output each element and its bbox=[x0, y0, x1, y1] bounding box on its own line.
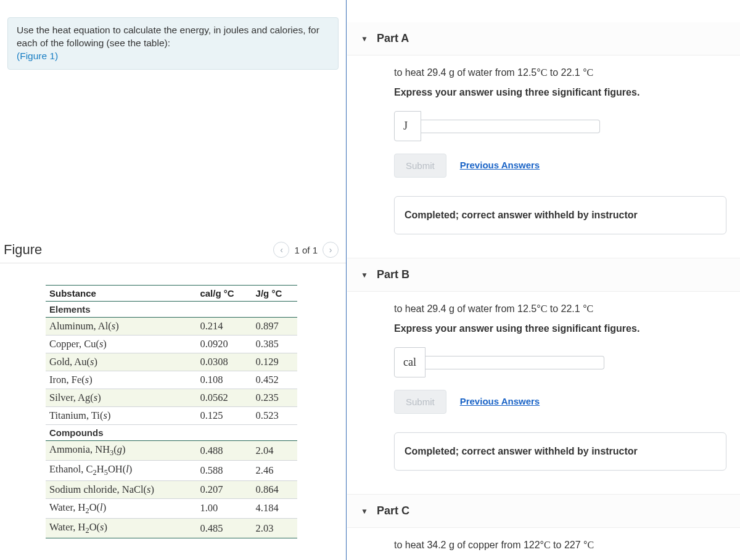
j-cell: 0.523 bbox=[252, 407, 297, 425]
part-b-question: to heat 29.4 g of water from 12.5°C to 2… bbox=[394, 302, 726, 316]
j-cell: 0.129 bbox=[252, 353, 297, 371]
part-a-header[interactable]: ▼ Part A bbox=[347, 22, 740, 56]
figure-link[interactable]: (Figure 1) bbox=[17, 51, 58, 61]
cal-cell: 0.588 bbox=[196, 461, 252, 480]
section-elements: Elements bbox=[46, 302, 297, 318]
cal-cell: 0.0562 bbox=[196, 389, 252, 407]
part-b-status: Completed; correct answer withheld by in… bbox=[394, 432, 726, 471]
part-b-instruction: Express your answer using three signific… bbox=[394, 321, 726, 336]
j-cell: 0.897 bbox=[252, 318, 297, 336]
cal-cell: 0.207 bbox=[196, 480, 252, 498]
left-pane: Use the heat equation to calculate the e… bbox=[0, 0, 347, 560]
question-prompt: Use the heat equation to calculate the e… bbox=[7, 17, 339, 70]
substance-cell: Water, H2O(s) bbox=[46, 518, 196, 538]
part-a-unit: J bbox=[394, 111, 421, 141]
part-a-status: Completed; correct answer withheld by in… bbox=[394, 196, 726, 234]
j-cell: 0.235 bbox=[252, 389, 297, 407]
substance-cell: Sodium chloride, NaCl(s) bbox=[46, 480, 196, 498]
table-row: Gold, Au(s)0.03080.129 bbox=[46, 353, 297, 371]
substance-cell: Water, H2O(l) bbox=[46, 498, 196, 518]
part-c-question: to heat 34.2 g of copper from 122°C to 2… bbox=[394, 538, 726, 553]
col-cal: cal/g °C bbox=[196, 286, 252, 302]
j-cell: 2.04 bbox=[252, 441, 297, 461]
figure-next-button[interactable]: › bbox=[323, 242, 339, 258]
part-a-title: Part A bbox=[377, 32, 409, 45]
cal-cell: 0.488 bbox=[196, 441, 252, 461]
figure-title: Figure bbox=[4, 242, 42, 258]
substance-cell: Iron, Fe(s) bbox=[46, 371, 196, 389]
caret-down-icon: ▼ bbox=[361, 271, 368, 279]
table-row: Copper, Cu(s)0.09200.385 bbox=[46, 336, 297, 353]
part-b: ▼ Part B to heat 29.4 g of water from 12… bbox=[347, 258, 740, 488]
table-row: Sodium chloride, NaCl(s)0.2070.864 bbox=[46, 480, 297, 498]
cal-cell: 0.485 bbox=[196, 518, 252, 538]
part-a-submit-button[interactable]: Submit bbox=[394, 154, 446, 178]
figure-pager-label: 1 of 1 bbox=[294, 245, 318, 255]
substance-cell: Gold, Au(s) bbox=[46, 353, 196, 371]
j-cell: 0.864 bbox=[252, 480, 297, 498]
part-a-instruction: Express your answer using three signific… bbox=[394, 85, 726, 100]
substance-cell: Titanium, Ti(s) bbox=[46, 407, 196, 425]
caret-down-icon: ▼ bbox=[361, 35, 368, 43]
table-row: Titanium, Ti(s)0.1250.523 bbox=[46, 407, 297, 425]
caret-down-icon: ▼ bbox=[361, 507, 368, 516]
j-cell: 0.385 bbox=[252, 336, 297, 353]
part-a: ▼ Part A to heat 29.4 g of water from 12… bbox=[347, 22, 740, 252]
part-a-question: to heat 29.4 g of water from 12.5°C to 2… bbox=[394, 65, 726, 80]
table-row: Ethanol, C2H5OH(l)0.5882.46 bbox=[46, 461, 297, 480]
specific-heat-table: Substance cal/g °C J/g °C ElementsAlumin… bbox=[46, 285, 297, 538]
table-row: Aluminum, Al(s)0.2140.897 bbox=[46, 318, 297, 336]
part-c-header[interactable]: ▼ Part C bbox=[347, 494, 740, 528]
figure-header: Figure ‹ 1 of 1 › bbox=[0, 242, 346, 263]
cal-cell: 0.125 bbox=[196, 407, 252, 425]
table-row: Water, H2O(l)1.004.184 bbox=[46, 498, 297, 518]
right-pane: ▼ Part A to heat 29.4 g of water from 12… bbox=[347, 0, 740, 560]
part-a-previous-answers-link[interactable]: Previous Answers bbox=[460, 159, 540, 173]
part-c: ▼ Part C to heat 34.2 g of copper from 1… bbox=[347, 494, 740, 560]
j-cell: 2.46 bbox=[252, 461, 297, 480]
substance-cell: Silver, Ag(s) bbox=[46, 389, 196, 407]
figure-pager: ‹ 1 of 1 › bbox=[273, 242, 339, 258]
cal-cell: 0.0920 bbox=[196, 336, 252, 353]
part-b-submit-button[interactable]: Submit bbox=[394, 390, 446, 414]
col-j: J/g °C bbox=[252, 286, 297, 302]
prompt-text: Use the heat equation to calculate the e… bbox=[17, 25, 319, 48]
col-substance: Substance bbox=[46, 286, 196, 302]
j-cell: 2.03 bbox=[252, 518, 297, 538]
cal-cell: 1.00 bbox=[196, 498, 252, 518]
part-c-instruction: Express your answer using three signific… bbox=[394, 558, 726, 560]
substance-cell: Ammonia, NH3(g) bbox=[46, 441, 196, 461]
section-compounds: Compounds bbox=[46, 425, 297, 441]
part-c-title: Part C bbox=[377, 504, 409, 517]
cal-cell: 0.0308 bbox=[196, 353, 252, 371]
cal-cell: 0.214 bbox=[196, 318, 252, 336]
cal-cell: 0.108 bbox=[196, 371, 252, 389]
table-row: Water, H2O(s)0.4852.03 bbox=[46, 518, 297, 538]
part-b-previous-answers-link[interactable]: Previous Answers bbox=[460, 395, 540, 409]
substance-cell: Copper, Cu(s) bbox=[46, 336, 196, 353]
j-cell: 0.452 bbox=[252, 371, 297, 389]
figure-prev-button[interactable]: ‹ bbox=[273, 242, 289, 258]
part-a-answer-input[interactable] bbox=[421, 120, 600, 133]
table-row: Silver, Ag(s)0.05620.235 bbox=[46, 389, 297, 407]
part-b-header[interactable]: ▼ Part B bbox=[347, 258, 740, 292]
substance-cell: Ethanol, C2H5OH(l) bbox=[46, 461, 196, 480]
table-row: Iron, Fe(s)0.1080.452 bbox=[46, 371, 297, 389]
part-b-answer-input[interactable] bbox=[426, 356, 604, 369]
j-cell: 4.184 bbox=[252, 498, 297, 518]
part-b-unit: cal bbox=[394, 347, 426, 377]
table-row: Ammonia, NH3(g)0.4882.04 bbox=[46, 441, 297, 461]
substance-cell: Aluminum, Al(s) bbox=[46, 318, 196, 336]
part-b-title: Part B bbox=[377, 268, 409, 281]
